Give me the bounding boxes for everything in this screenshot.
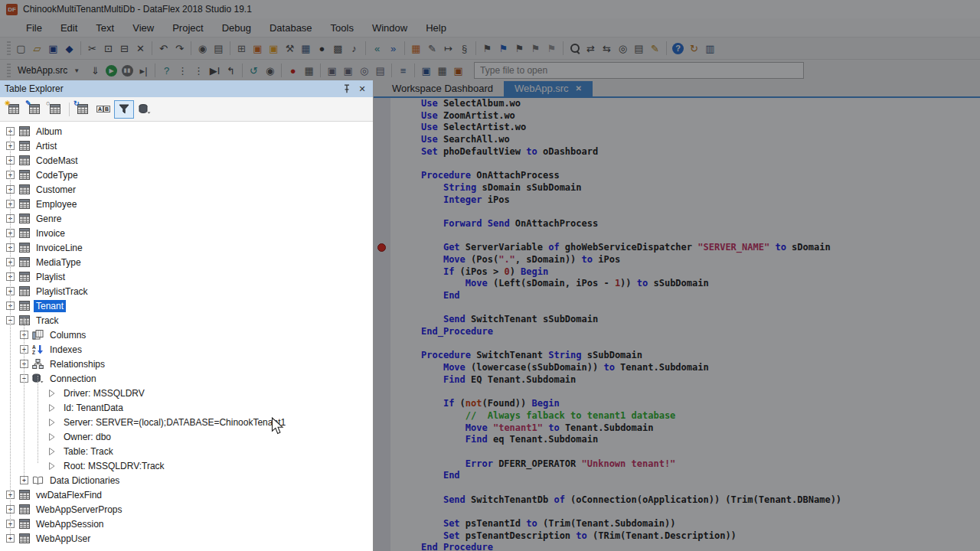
- webapp-admin-icon[interactable]: ▣: [418, 63, 434, 79]
- find-window-icon[interactable]: ▤: [631, 41, 647, 57]
- find-next-icon[interactable]: ⇆: [599, 41, 615, 57]
- undo-icon[interactable]: ↶: [155, 41, 172, 57]
- stop-debug-icon[interactable]: ◉: [262, 63, 278, 79]
- tree-item-mediatype[interactable]: +MediaType: [0, 255, 373, 269]
- tree-item-track[interactable]: −Track: [0, 313, 373, 328]
- breakpoint-gutter[interactable]: [374, 374, 390, 386]
- column-layout-icon[interactable]: ▥: [702, 41, 718, 57]
- open-workspace-icon[interactable]: ▱: [29, 41, 45, 57]
- breakpoint-gutter[interactable]: [374, 434, 390, 446]
- menu-debug[interactable]: Debug: [213, 18, 260, 37]
- run-icon[interactable]: ▶: [103, 63, 119, 79]
- breakpoint-gutter[interactable]: [374, 254, 390, 266]
- configure-find-icon[interactable]: ✎: [647, 41, 663, 57]
- tree-item-connection[interactable]: −Connection: [0, 371, 373, 386]
- breakpoint-gutter[interactable]: [374, 266, 390, 279]
- pause-icon[interactable]: ▮▮: [119, 63, 136, 79]
- tree-item-data-dictionaries[interactable]: +Data Dictionaries: [0, 473, 373, 487]
- help-icon[interactable]: ?: [670, 41, 686, 57]
- restart-icon[interactable]: ↺: [246, 63, 262, 79]
- code-editor[interactable]: Workspace Dashboard WebApp.src ✕ Use Sel…: [374, 80, 980, 551]
- menu-window[interactable]: Window: [363, 18, 416, 37]
- toggle-asserts-icon[interactable]: ⋮: [175, 63, 191, 79]
- breakpoint-gutter[interactable]: [374, 242, 390, 254]
- table-viewer-icon[interactable]: ▦: [298, 41, 314, 57]
- table-edit-button[interactable]: ✎: [24, 100, 44, 119]
- table-tree[interactable]: +Album+Artist+CodeMast+CodeType+Customer…: [0, 122, 373, 551]
- paste-icon[interactable]: ⊟: [116, 41, 132, 57]
- bookmark-toggle-icon[interactable]: ⚑: [544, 41, 560, 57]
- tree-item-id-tenantdata[interactable]: Id: TenantData: [0, 400, 373, 415]
- copy-icon[interactable]: ⊡: [100, 41, 116, 57]
- tree-item-playlisttrack[interactable]: +PlaylistTrack: [0, 284, 373, 298]
- find-in-files-icon[interactable]: ◎: [615, 41, 631, 57]
- outline-icon[interactable]: ≡: [395, 63, 411, 79]
- source-notes-icon[interactable]: ♪: [346, 41, 362, 57]
- tree-item-vwdataflexfind[interactable]: +vwDataFlexFind: [0, 487, 373, 502]
- tree-item-playlist[interactable]: +Playlist: [0, 269, 373, 284]
- menu-database[interactable]: Database: [260, 18, 322, 37]
- breakpoint-gutter[interactable]: [374, 290, 390, 302]
- tree-item-driver-mssqldrv[interactable]: Driver: MSSQLDRV: [0, 386, 373, 400]
- run-without-debug-icon[interactable]: ▸|: [136, 63, 152, 79]
- database-explorer-icon[interactable]: ▩: [330, 41, 346, 57]
- watches-icon[interactable]: ▣: [324, 63, 340, 79]
- tab-workspace-dashboard[interactable]: Workspace Dashboard: [381, 81, 504, 96]
- replace-icon[interactable]: ⇄: [583, 41, 599, 57]
- tree-item-album[interactable]: +Album: [0, 124, 373, 139]
- menu-text[interactable]: Text: [87, 18, 123, 37]
- save-all-icon[interactable]: ◆: [61, 41, 77, 57]
- new-file-icon[interactable]: ▢: [13, 41, 29, 57]
- record-macro-icon[interactable]: ◉: [194, 41, 211, 57]
- breakpoint-gutter[interactable]: [374, 326, 390, 338]
- breakpoint-gutter[interactable]: [374, 278, 390, 290]
- tree-item-tenant[interactable]: +Tenant: [0, 298, 373, 313]
- compile-order-icon[interactable]: »: [385, 41, 401, 57]
- breakpoint-icon[interactable]: [377, 243, 386, 252]
- tree-item-server-server-local-database-chinooktenant1[interactable]: Server: SERVER=(local);DATABASE=ChinookT…: [0, 415, 373, 429]
- toggle-trace-icon[interactable]: ⋮: [191, 63, 207, 79]
- menu-project[interactable]: Project: [163, 18, 212, 37]
- locate-in-code-icon[interactable]: §: [456, 41, 472, 57]
- step-into-icon[interactable]: ▶I: [207, 63, 223, 79]
- tree-item-invoice[interactable]: +Invoice: [0, 226, 373, 240]
- tree-item-columns[interactable]: +Columns: [0, 328, 373, 342]
- breakpoint-gutter[interactable]: [374, 230, 390, 243]
- breakpoint-gutter[interactable]: [374, 350, 390, 362]
- tab-close-icon[interactable]: ✕: [576, 84, 582, 93]
- locals-icon[interactable]: ▣: [340, 63, 356, 79]
- workspace-dashboard-icon[interactable]: ▣: [266, 41, 282, 57]
- print-icon[interactable]: ▤: [211, 41, 227, 57]
- tab-webapp-src[interactable]: WebApp.src ✕: [504, 81, 593, 96]
- breakpoint-gutter[interactable]: [374, 362, 390, 374]
- menu-view[interactable]: View: [123, 18, 163, 37]
- breakpoint-gutter[interactable]: [374, 122, 390, 134]
- refresh-help-icon[interactable]: ↻: [686, 41, 702, 57]
- breakpoint-gutter[interactable]: [374, 206, 390, 218]
- menu-help[interactable]: Help: [416, 18, 456, 37]
- breakpoint-gutter[interactable]: [374, 218, 390, 230]
- breakpoint-gutter[interactable]: [374, 494, 390, 507]
- sort-alphabetical-button[interactable]: AB: [93, 100, 113, 119]
- breakpoint-gutter[interactable]: [374, 410, 390, 422]
- bookmark-clear-icon[interactable]: ⚑: [528, 41, 544, 57]
- tree-item-invoiceline[interactable]: +InvoiceLine: [0, 240, 373, 255]
- copy-component-icon[interactable]: ⊞: [234, 41, 250, 57]
- webapp-run-icon[interactable]: ▣: [450, 63, 466, 79]
- breakpoint-gutter[interactable]: [374, 338, 390, 350]
- breakpoint-gutter[interactable]: [374, 470, 390, 482]
- active-source-combo[interactable]: WebApp.src▼: [13, 64, 84, 77]
- bookmark-set-icon[interactable]: ⚑: [495, 41, 511, 57]
- source-code-area[interactable]: Use SelectAlbum.woUse ZoomArtist.woUse S…: [374, 98, 980, 551]
- tree-item-employee[interactable]: +Employee: [0, 197, 373, 211]
- find-definition-icon[interactable]: ●: [314, 41, 330, 57]
- cut-icon[interactable]: ✂: [84, 41, 100, 57]
- breakpoint-gutter[interactable]: [374, 482, 390, 494]
- autos-icon[interactable]: ◎: [356, 63, 372, 79]
- tree-item-table-track[interactable]: Table: Track: [0, 444, 373, 458]
- breakpoint-gutter[interactable]: [374, 302, 390, 315]
- breakpoint-gutter[interactable]: [374, 422, 390, 435]
- tree-item-customer[interactable]: +Customer: [0, 182, 373, 197]
- table-new-button[interactable]: ✳: [4, 100, 24, 119]
- menu-edit[interactable]: Edit: [51, 18, 87, 37]
